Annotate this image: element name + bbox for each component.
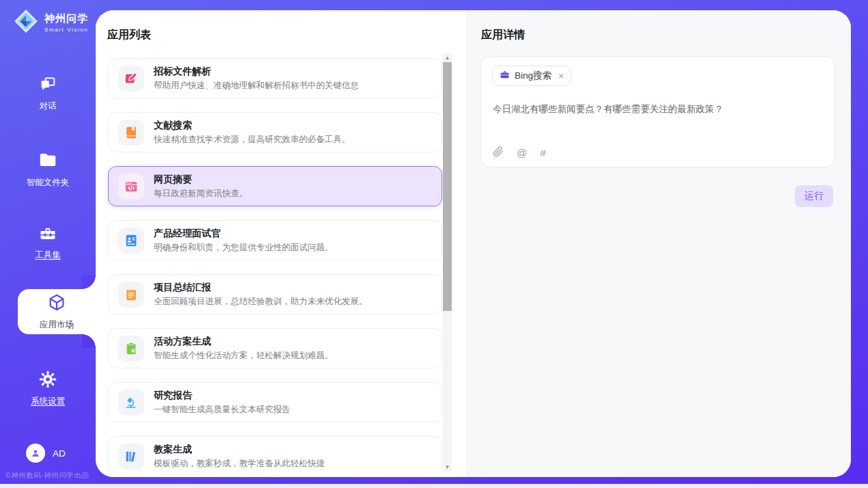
resume-icon (118, 228, 144, 254)
app-description: 模板驱动，教案秒成，教学准备从此轻松快捷 (154, 458, 325, 470)
app-name: 研究报告 (154, 390, 290, 402)
app-name: 产品经理面试官 (154, 228, 334, 240)
user-name: AD (53, 448, 66, 459)
cube-icon (46, 293, 67, 316)
app-name: 招标文件解析 (154, 66, 359, 78)
sidebar-item-app-market[interactable]: 应用市场 (18, 289, 96, 334)
attachment-icon[interactable] (493, 146, 504, 159)
scrollbar-down-icon[interactable]: ▼ (443, 463, 452, 472)
app-description: 明确身份和职责，为您提供专业性的面试问题。 (154, 242, 334, 254)
avatar (26, 444, 45, 463)
app-description: 快速精准查找学术资源，提高研究效率的必备工具。 (154, 134, 351, 146)
sidebar-item-smart-folder[interactable]: 智能文件夹 (0, 150, 96, 189)
microscope-icon (118, 390, 144, 416)
user-account[interactable]: AD (26, 444, 66, 463)
diamond-logo-icon (13, 8, 39, 37)
mention-icon[interactable]: @ (517, 148, 527, 158)
sidebar-item-label: 智能文件夹 (27, 177, 70, 189)
clipboard-check-icon (118, 336, 144, 362)
app-detail-panel: 应用详情 Bing搜索 × 今日湖北 (467, 10, 851, 477)
app-description: 帮助用户快速、准确地理解和解析招标书中的关键信息 (154, 80, 359, 92)
edit-document-icon (118, 66, 144, 92)
person-icon (30, 448, 41, 459)
gear-icon (38, 370, 57, 391)
brand-subtitle: Smart Vision (44, 27, 88, 33)
app-description: 每日政府新闻资讯快查。 (154, 188, 248, 200)
sidebar-item-settings[interactable]: 系统设置 (0, 370, 96, 407)
browser-code-icon (118, 174, 144, 200)
scrollbar-up-icon[interactable]: ▲ (443, 53, 452, 62)
sidebar-item-label: 工具集 (35, 249, 61, 261)
hash-icon[interactable]: # (540, 148, 545, 158)
tool-tag-bing-search[interactable]: Bing搜索 × (492, 66, 571, 86)
sidebar-item-label: 系统设置 (31, 396, 65, 407)
app-name: 文献搜索 (154, 120, 351, 132)
sidebar-item-label: 对话 (40, 100, 57, 112)
app-detail-title: 应用详情 (481, 28, 525, 42)
app-list-panel: 应用列表 招标文件解析 帮助用户快速、准确地理解和解析招标书中的关键信 (96, 10, 467, 477)
main-content: 应用列表 招标文件解析 帮助用户快速、准确地理解和解析招标书中的关键信 (96, 10, 851, 477)
sidebar-item-toolset[interactable]: 工具集 (0, 223, 96, 261)
scrollbar-thumb[interactable] (443, 62, 452, 311)
toolbox-icon (38, 223, 57, 245)
app-list-scroll-area: 招标文件解析 帮助用户快速、准确地理解和解析招标书中的关键信息 (96, 53, 467, 472)
book-icon (118, 120, 144, 146)
app-name: 教案生成 (154, 444, 325, 456)
copyright-text: ©神州数码·神州问学出品 (5, 471, 89, 480)
run-button[interactable]: 运行 (795, 185, 833, 207)
brand-name: 神州问学 (44, 12, 88, 25)
composer-toolbar: @ # (493, 146, 546, 159)
app-card-web-summary[interactable]: 网页摘要 每日政府新闻资讯快查。 (108, 166, 442, 206)
books-icon (118, 444, 144, 470)
app-description: 一键智能生成高质量长文本研究报告 (154, 404, 290, 416)
sidebar-item-chat[interactable]: 对话 (0, 74, 96, 112)
app-card-project-summary[interactable]: 项目总结汇报 全面回顾项目进展，总结经验教训，助力未来优化发展。 (108, 274, 442, 314)
app-name: 活动方案生成 (154, 336, 334, 348)
tool-tag-label: Bing搜索 (515, 70, 552, 82)
app-card-pm-interviewer[interactable]: 产品经理面试官 明确身份和职责，为您提供专业性的面试问题。 (108, 220, 442, 260)
chat-icon (38, 74, 57, 96)
sidebar-item-label: 应用市场 (40, 319, 74, 331)
app-description: 全面回顾项目进展，总结经验教训，助力未来优化发展。 (154, 296, 368, 308)
app-name: 网页摘要 (154, 174, 248, 186)
app-card-literature-search[interactable]: 文献搜索 快速精准查找学术资源，提高研究效率的必备工具。 (108, 112, 442, 152)
app-card-event-plan[interactable]: 活动方案生成 智能生成个性化活动方案，轻松解决规划难题。 (108, 328, 442, 368)
sidebar: 神州问学 Smart Vision 对话 智能文件夹 (0, 0, 96, 484)
query-composer[interactable]: Bing搜索 × 今日湖北有哪些新闻要点？有哪些需要关注的最新政策？ @ # (480, 56, 835, 167)
close-icon[interactable]: × (558, 71, 564, 81)
query-text[interactable]: 今日湖北有哪些新闻要点？有哪些需要关注的最新政策？ (493, 103, 821, 116)
app-list-title: 应用列表 (107, 28, 151, 42)
brand-logo: 神州问学 Smart Vision (13, 8, 88, 37)
scrollbar[interactable]: ▲ ▼ (443, 53, 452, 472)
app-name: 项目总结汇报 (154, 282, 368, 294)
app-card-lesson-plan[interactable]: 教案生成 模板驱动，教案秒成，教学准备从此轻松快捷 (108, 436, 442, 472)
folder-icon (38, 150, 58, 172)
app-card-bid-document-parse[interactable]: 招标文件解析 帮助用户快速、准确地理解和解析招标书中的关键信息 (108, 58, 442, 98)
app-card-research-report[interactable]: 研究报告 一键智能生成高质量长文本研究报告 (108, 382, 442, 422)
app-window: 神州问学 Smart Vision 对话 智能文件夹 (0, 0, 868, 488)
notepad-icon (118, 282, 144, 308)
briefcase-icon (500, 70, 510, 83)
app-description: 智能生成个性化活动方案，轻松解决规划难题。 (154, 350, 334, 362)
